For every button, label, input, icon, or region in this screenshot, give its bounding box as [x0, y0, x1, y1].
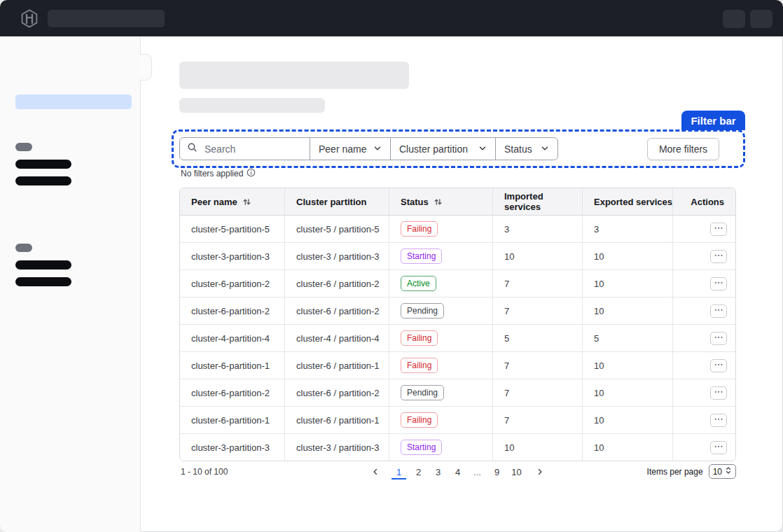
actions-cell: ⋯	[673, 216, 735, 242]
imported-services-cell: 7	[493, 352, 583, 379]
top-navbar	[0, 0, 783, 36]
peer-name-filter-dropdown[interactable]: Peer name	[310, 138, 390, 160]
cluster-partition: cluster-6 / partition-2	[296, 279, 380, 289]
status-cell: Failing	[389, 352, 493, 379]
stepper-icon	[725, 466, 732, 477]
imported-services-cell: 7	[493, 298, 583, 324]
status-cell: Failing	[389, 407, 493, 433]
previous-page-icon[interactable]	[364, 468, 387, 476]
table-row[interactable]: cluster-5-partition-5cluster-5 / partiti…	[180, 216, 735, 243]
status-badge: Failing	[401, 221, 438, 237]
status-badge: Pending	[401, 385, 444, 400]
status-cell: Pending	[389, 379, 493, 406]
cluster-partition: cluster-6 / partition-2	[296, 306, 380, 316]
cluster-partition-cell: cluster-6 / partition-2	[285, 270, 389, 297]
exported-count: 10	[594, 388, 604, 398]
imported-count: 10	[504, 251, 514, 262]
cluster-partition: cluster-6 / partition-2	[296, 388, 380, 398]
sidebar-item-skeleton	[15, 176, 71, 186]
next-page-icon[interactable]	[529, 468, 551, 476]
exported-count: 10	[594, 251, 604, 262]
imported-count: 7	[504, 415, 509, 426]
status-badge: Pending	[401, 303, 444, 318]
exported-services-cell: 10	[583, 298, 673, 324]
exported-count: 10	[594, 442, 604, 453]
row-actions-button[interactable]: ⋯	[710, 386, 727, 400]
items-per-page-select[interactable]: 10	[709, 464, 736, 479]
more-filters-button[interactable]: More filters	[647, 138, 719, 160]
chevron-down-icon	[541, 144, 549, 155]
page-number-10[interactable]: 10	[509, 465, 524, 479]
status-cell: Active	[389, 270, 493, 297]
info-icon[interactable]	[247, 168, 256, 179]
sidebar-item-skeleton	[15, 160, 71, 169]
row-actions-button[interactable]: ⋯	[710, 277, 727, 290]
status-badge: Failing	[401, 330, 438, 346]
table-row[interactable]: cluster-6-partition-1cluster-6 / partiti…	[180, 352, 735, 379]
table-row[interactable]: cluster-6-partition-2cluster-6 / partiti…	[180, 379, 735, 407]
sort-icon[interactable]	[242, 197, 251, 206]
row-actions-button[interactable]: ⋯	[710, 359, 727, 372]
table-body: cluster-5-partition-5cluster-5 / partiti…	[180, 216, 735, 461]
peer-name-cell: cluster-6-partition-2	[180, 270, 285, 297]
search-icon	[187, 142, 198, 155]
table-row[interactable]: cluster-3-partition-3cluster-3 / partiti…	[180, 434, 735, 461]
imported-count: 3	[504, 224, 509, 234]
table-row[interactable]: cluster-6-partition-2cluster-6 / partiti…	[180, 298, 735, 325]
column-header-peer-name[interactable]: Peer name	[180, 188, 285, 215]
hashicorp-logo-icon[interactable]	[20, 8, 39, 29]
table-row[interactable]: cluster-3-partition-3cluster-3 / partiti…	[180, 243, 735, 270]
row-actions-button[interactable]: ⋯	[710, 250, 727, 263]
column-header-status[interactable]: Status	[389, 188, 493, 215]
status-cell: Starting	[389, 434, 493, 461]
row-actions-button[interactable]: ⋯	[710, 414, 727, 427]
peer-name-cell: cluster-4-partition-4	[180, 325, 285, 351]
imported-services-cell: 10	[493, 243, 583, 270]
peers-table: Peer nameCluster partitionStatusImported…	[179, 188, 736, 461]
row-actions-button[interactable]: ⋯	[710, 304, 727, 318]
cluster-partition-cell: cluster-5 / partition-5	[285, 216, 389, 242]
nav-search-skeleton	[48, 10, 165, 27]
cluster-partition-cell: cluster-3 / partition-3	[285, 243, 389, 270]
cluster-partition: cluster-3 / partition-3	[296, 442, 380, 453]
search-input[interactable]	[203, 143, 303, 155]
search-field[interactable]	[180, 138, 310, 160]
page-number-4[interactable]: 4	[450, 465, 465, 479]
peer-name: cluster-6-partition-2	[191, 279, 270, 289]
pagination-bar: 1 - 10 of 100 1234...910 Items per page …	[179, 461, 736, 482]
page-number-3[interactable]: 3	[431, 465, 445, 479]
cluster-partition-cell: cluster-6 / partition-2	[285, 379, 389, 406]
exported-services-cell: 5	[583, 325, 673, 351]
cluster-partition-filter-dropdown[interactable]: Cluster partition	[390, 138, 495, 160]
table-row[interactable]: cluster-6-partition-2cluster-6 / partiti…	[180, 270, 735, 298]
cluster-partition: cluster-3 / partition-3	[296, 251, 380, 262]
imported-count: 5	[504, 333, 509, 344]
row-actions-button[interactable]: ⋯	[710, 223, 727, 236]
actions-cell: ⋯	[673, 379, 735, 406]
column-label: Actions	[691, 197, 724, 207]
row-actions-button[interactable]: ⋯	[710, 332, 727, 345]
sidebar-active-item-skeleton	[15, 94, 132, 109]
page-number-2[interactable]: 2	[411, 465, 426, 479]
page-number-9[interactable]: 9	[490, 465, 504, 479]
imported-count: 7	[504, 360, 509, 371]
imported-services-cell: 3	[493, 216, 583, 242]
status-badge: Active	[401, 276, 436, 291]
row-actions-button[interactable]: ⋯	[710, 441, 727, 454]
status-cell: Starting	[389, 243, 493, 270]
table-header-row: Peer nameCluster partitionStatusImported…	[180, 188, 735, 216]
nav-action-skeleton	[723, 10, 745, 28]
status-filter-dropdown[interactable]: Status	[495, 138, 557, 160]
actions-cell: ⋯	[673, 243, 735, 270]
peer-name: cluster-6-partition-1	[191, 360, 270, 371]
sidebar-toggle-notch[interactable]	[140, 54, 152, 80]
page-number-1[interactable]: 1	[392, 465, 406, 479]
peer-name-cell: cluster-6-partition-1	[180, 407, 285, 433]
table-row[interactable]: cluster-4-partition-4cluster-4 / partiti…	[180, 325, 735, 352]
sort-icon[interactable]	[434, 197, 443, 206]
sidebar-section-label-skeleton	[15, 143, 32, 151]
filters-applied-note: No filters applied	[181, 168, 256, 179]
column-label: Status	[401, 197, 429, 207]
app-window: Filter bar Peer name Cluster partition S…	[0, 0, 783, 532]
table-row[interactable]: cluster-6-partition-1cluster-6 / partiti…	[180, 407, 735, 434]
